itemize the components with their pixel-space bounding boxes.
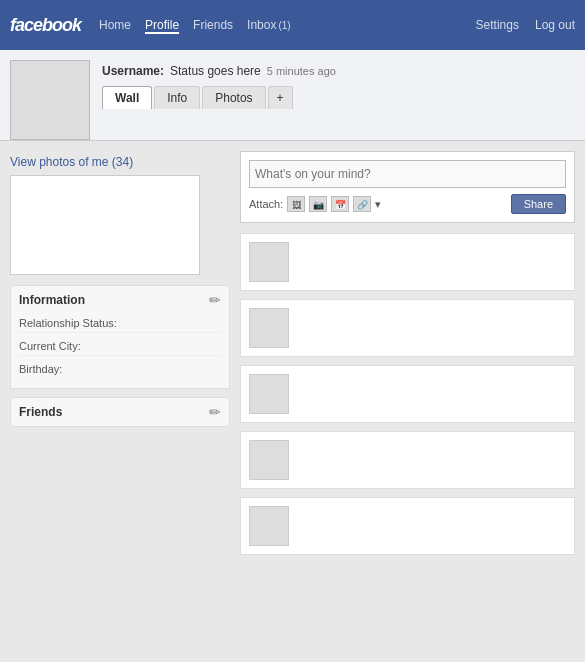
nav-links: Home Profile Friends Inbox (1) [99, 18, 476, 32]
brand-logo[interactable]: facebook [10, 15, 81, 36]
post-item-2 [240, 299, 575, 357]
profile-header: Username: Status goes here 5 minutes ago… [0, 50, 585, 141]
tab-plus[interactable]: + [268, 86, 293, 109]
profile-info: Username: Status goes here 5 minutes ago… [102, 60, 575, 109]
attach-label: Attach: [249, 198, 283, 210]
nav-logout[interactable]: Log out [535, 18, 575, 32]
nav-settings[interactable]: Settings [476, 18, 519, 32]
post-avatar-1 [249, 242, 289, 282]
profile-avatar [10, 60, 90, 140]
view-photos-link[interactable]: View photos of me (34) [10, 155, 230, 169]
birthday-label: Birthday: [19, 363, 62, 375]
relationship-label: Relationship Status: [19, 317, 117, 329]
friends-title: Friends [19, 405, 62, 419]
post-avatar-5 [249, 506, 289, 546]
status-text: Status goes here [170, 64, 261, 78]
relationship-status-field: Relationship Status: [19, 314, 221, 333]
friends-section: Friends ✏ [10, 397, 230, 427]
city-label: Current City: [19, 340, 81, 352]
status-label: Username: [102, 64, 164, 78]
tab-wall[interactable]: Wall [102, 86, 152, 109]
birthday-field: Birthday: [19, 360, 221, 378]
post-avatar-4 [249, 440, 289, 480]
status-input[interactable] [249, 160, 566, 188]
friends-edit-icon[interactable]: ✏ [209, 404, 221, 420]
post-item-4 [240, 431, 575, 489]
post-avatar-2 [249, 308, 289, 348]
info-header: Information ✏ [19, 292, 221, 308]
current-city-field: Current City: [19, 337, 221, 356]
friends-header: Friends ✏ [19, 404, 221, 420]
information-section: Information ✏ Relationship Status: Curre… [10, 285, 230, 389]
info-edit-icon[interactable]: ✏ [209, 292, 221, 308]
post-avatar-3 [249, 374, 289, 414]
nav-inbox[interactable]: Inbox [247, 18, 276, 32]
attach-video-btn[interactable]: 📷 [309, 196, 327, 212]
nav-friends[interactable]: Friends [193, 18, 233, 32]
left-column: View photos of me (34) Information ✏ Rel… [10, 151, 230, 563]
attach-photo-btn[interactable]: 🖼 [287, 196, 305, 212]
status-time: 5 minutes ago [267, 65, 336, 77]
tab-photos[interactable]: Photos [202, 86, 265, 109]
nav-profile[interactable]: Profile [145, 18, 179, 34]
status-box: Attach: 🖼 📷 📅 🔗 ▾ Share [240, 151, 575, 223]
status-actions: Attach: 🖼 📷 📅 🔗 ▾ Share [249, 194, 566, 214]
attach-link-btn[interactable]: 🔗 [353, 196, 371, 212]
main-content: View photos of me (34) Information ✏ Rel… [0, 141, 585, 573]
nav-home[interactable]: Home [99, 18, 131, 32]
post-item-1 [240, 233, 575, 291]
status-row: Username: Status goes here 5 minutes ago [102, 64, 575, 78]
navbar-right: Settings Log out [476, 18, 575, 32]
right-column: Attach: 🖼 📷 📅 🔗 ▾ Share [240, 151, 575, 563]
inbox-badge: (1) [278, 20, 290, 31]
share-button[interactable]: Share [511, 194, 566, 214]
info-title: Information [19, 293, 85, 307]
navbar: facebook Home Profile Friends Inbox (1) … [0, 0, 585, 50]
attach-dropdown[interactable]: ▾ [375, 198, 381, 211]
attach-area: Attach: 🖼 📷 📅 🔗 ▾ [249, 196, 381, 212]
photos-box [10, 175, 200, 275]
profile-tabs: Wall Info Photos + [102, 86, 575, 109]
attach-event-btn[interactable]: 📅 [331, 196, 349, 212]
post-item-5 [240, 497, 575, 555]
post-item-3 [240, 365, 575, 423]
tab-info[interactable]: Info [154, 86, 200, 109]
